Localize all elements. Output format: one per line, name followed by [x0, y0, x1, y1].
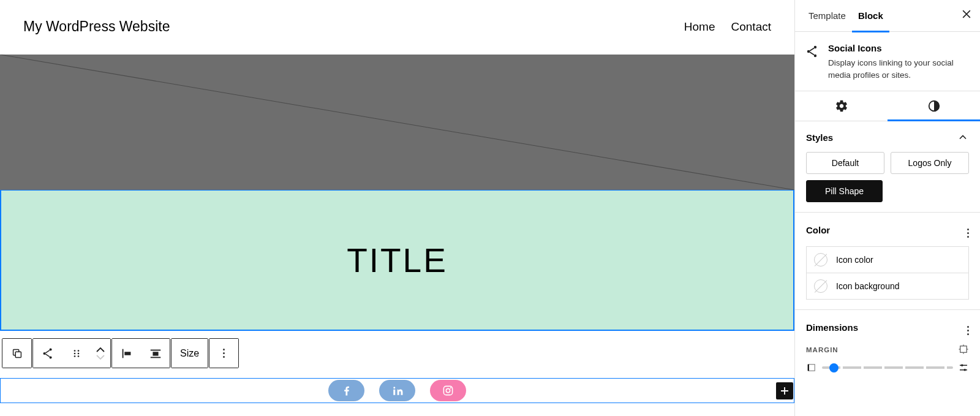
custom-value-button[interactable] [958, 362, 969, 373]
svg-point-21 [446, 388, 450, 392]
svg-point-9 [74, 352, 75, 354]
svg-point-7 [74, 350, 75, 352]
svg-point-8 [77, 350, 79, 352]
size-button[interactable]: Size [172, 339, 208, 368]
settings-sidebar: Template Block Social Icons Display icon… [795, 0, 980, 416]
swatch-empty-icon [814, 279, 827, 293]
chevron-down-icon [96, 355, 105, 360]
margin-slider[interactable] [822, 366, 953, 369]
more-vertical-icon [967, 229, 969, 238]
subtab-settings[interactable] [795, 92, 888, 121]
color-options-button[interactable] [967, 222, 969, 238]
svg-point-37 [963, 369, 966, 371]
svg-point-6 [49, 356, 51, 358]
svg-point-22 [450, 387, 451, 388]
svg-point-35 [961, 365, 963, 367]
style-logos-only[interactable]: Logos Only [891, 152, 969, 174]
social-facebook[interactable] [328, 380, 364, 401]
more-vertical-icon [967, 326, 969, 335]
style-default[interactable]: Default [806, 152, 884, 174]
move-up-down-button[interactable] [91, 339, 110, 368]
block-name: Social Icons [828, 43, 970, 53]
unlink-sides-button[interactable] [958, 344, 969, 356]
block-description: Display icons linking to your social med… [828, 57, 970, 81]
align-button[interactable] [141, 339, 170, 368]
facebook-icon [341, 385, 353, 397]
share-icon[interactable] [33, 339, 62, 368]
tab-template[interactable]: Template [802, 1, 852, 32]
block-card: Social Icons Display icons linking to yo… [795, 32, 980, 91]
featured-image-placeholder[interactable] [0, 55, 794, 190]
social-linkedin[interactable] [379, 380, 415, 401]
panel-color: Color Icon color Icon background [795, 213, 980, 310]
svg-rect-3 [15, 352, 21, 357]
svg-point-11 [74, 355, 75, 357]
subtab-styles[interactable] [888, 92, 980, 121]
chevron-up-icon [957, 131, 969, 143]
svg-point-10 [77, 352, 79, 354]
svg-point-23 [814, 46, 816, 48]
drag-handle-icon[interactable] [62, 339, 91, 368]
svg-rect-18 [393, 389, 395, 395]
add-block-button[interactable] [776, 382, 793, 399]
margin-side-icon [806, 362, 817, 373]
nav-link-home[interactable]: Home [684, 20, 715, 34]
svg-point-19 [393, 387, 395, 388]
panel-styles: Styles Default Logos Only Pill Shape [795, 121, 980, 213]
dimensions-options-button[interactable] [967, 320, 969, 335]
svg-rect-27 [960, 346, 967, 353]
color-icon-color[interactable]: Icon color [806, 246, 969, 273]
svg-point-5 [43, 352, 45, 354]
svg-point-4 [49, 348, 51, 350]
slider-thumb[interactable] [829, 363, 839, 373]
close-sidebar-button[interactable] [958, 6, 973, 26]
site-header: My WordPress Website Home Contact [0, 0, 794, 55]
style-pill-shape[interactable]: Pill Shape [806, 180, 883, 202]
linkedin-icon [392, 385, 403, 396]
justify-left-button[interactable] [112, 339, 141, 368]
panel-color-header: Color [806, 222, 969, 238]
social-instagram[interactable] [430, 380, 466, 401]
inspector-subtabs [795, 91, 980, 121]
nav-link-contact[interactable]: Contact [731, 20, 771, 34]
panel-dimensions: Dimensions MARGIN [795, 310, 980, 383]
tab-block[interactable]: Block [852, 1, 889, 32]
instagram-icon [442, 385, 454, 396]
svg-point-12 [77, 355, 79, 357]
svg-point-24 [807, 50, 810, 53]
color-icon-background[interactable]: Icon background [806, 273, 969, 300]
share-icon [805, 44, 820, 59]
site-nav: Home Contact [684, 20, 771, 34]
box-sides-icon [958, 344, 969, 355]
more-options-button[interactable] [209, 339, 238, 368]
block-toolbar: Size [2, 338, 239, 368]
social-icons-block[interactable] [0, 378, 794, 403]
chevron-up-icon [96, 347, 105, 352]
margin-label: MARGIN [806, 346, 839, 354]
post-title[interactable]: TITLE [347, 241, 448, 280]
plus-icon [779, 385, 790, 396]
editor-canvas: My WordPress Website Home Contact TITLE [0, 0, 795, 416]
sidebar-tabs: Template Block [795, 0, 980, 32]
contrast-icon [927, 99, 941, 113]
parent-block-button[interactable] [2, 339, 31, 368]
title-block[interactable]: TITLE [0, 190, 794, 331]
site-title[interactable]: My WordPress Website [23, 18, 170, 35]
close-icon [960, 8, 973, 20]
swatch-empty-icon [814, 253, 827, 267]
more-vertical-icon [223, 349, 225, 358]
svg-rect-14 [124, 352, 130, 355]
svg-rect-16 [153, 352, 158, 355]
panel-styles-toggle[interactable]: Styles [806, 131, 969, 143]
svg-rect-32 [809, 365, 815, 371]
gear-icon [835, 99, 848, 113]
svg-point-25 [814, 55, 816, 57]
